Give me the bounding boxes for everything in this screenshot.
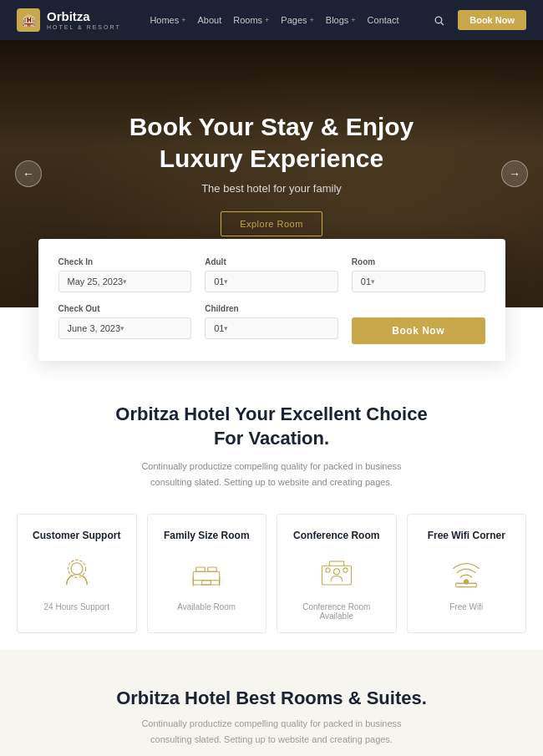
room-chevron: ▾	[371, 277, 375, 286]
adult-chevron: ▾	[224, 277, 228, 286]
adult-select[interactable]: 01 ▾	[205, 271, 338, 292]
svg-rect-5	[196, 567, 206, 571]
support-svg-icon	[59, 556, 94, 591]
room-select[interactable]: 01 ▾	[352, 271, 485, 292]
children-value: 01	[214, 323, 224, 333]
book-now-group: - Book Now	[352, 304, 485, 344]
svg-rect-4	[194, 571, 221, 585]
check-in-select[interactable]: May 25, 2023 ▾	[58, 271, 192, 292]
check-out-label: Check Out	[58, 304, 192, 313]
hero-title-line1: Book Your Stay & Enjoy	[129, 113, 414, 140]
svg-point-2	[71, 563, 83, 575]
wifi-icon	[445, 552, 487, 594]
nav-item-rooms[interactable]: Rooms +	[233, 15, 269, 25]
book-now-submit-button[interactable]: Book Now	[352, 317, 485, 344]
family-room-svg-icon	[189, 556, 224, 591]
feature-family-room: Family Size Room Available Room	[147, 514, 267, 634]
nav-item-blogs[interactable]: Blogs +	[326, 15, 356, 25]
hero-next-button[interactable]: →	[501, 160, 528, 187]
check-in-label: Check In	[58, 257, 192, 266]
conference-room-icon	[316, 552, 358, 594]
vacation-title-line2: For Vacation.	[214, 428, 329, 449]
feature-conference-room-title: Conference Room	[286, 530, 388, 543]
svg-point-9	[333, 569, 339, 575]
feature-family-room-sub: Available Room	[156, 602, 258, 611]
feature-free-wifi-title: Free Wifi Corner	[416, 530, 518, 543]
search-button[interactable]	[428, 9, 449, 31]
hero-subtitle: The best hotel for your family	[129, 182, 414, 195]
check-out-group: Check Out June 3, 2023 ▾	[58, 304, 192, 344]
navbar: 🏨 Orbitza Hotel & Resort Homes + About R…	[0, 0, 543, 40]
svg-rect-7	[202, 581, 211, 585]
logo-icon: 🏨	[17, 8, 40, 32]
nav-item-contact[interactable]: Contact	[368, 15, 399, 25]
book-now-button[interactable]: Book Now	[458, 10, 526, 30]
conference-room-svg-icon	[319, 556, 354, 591]
nav-item-homes[interactable]: Homes +	[150, 15, 185, 25]
nav-item-pages[interactable]: Pages +	[281, 15, 313, 25]
room-value: 01	[361, 277, 371, 287]
nav-plus-blogs: +	[351, 16, 355, 24]
family-room-icon	[185, 552, 227, 594]
children-label: Children	[205, 304, 338, 313]
vacation-section: Orbitza Hotel Your Excellent Choice For …	[0, 361, 543, 650]
vacation-description: Continually productize compelling qualit…	[125, 459, 418, 490]
svg-point-10	[326, 568, 330, 572]
vacation-title: Orbitza Hotel Your Excellent Choice For …	[17, 403, 526, 450]
feature-family-room-title: Family Size Room	[156, 530, 258, 543]
nav-plus-pages: +	[310, 16, 314, 24]
hero-title-line2: Luxury Experience	[160, 145, 383, 172]
feature-conference-room: Conference Room Conference Room Availabl…	[277, 514, 397, 634]
vacation-title-line1: Orbitza Hotel Your Excellent Choice	[115, 403, 427, 424]
check-out-chevron: ▾	[120, 324, 124, 332]
features-grid: Customer Support 24 Hours Support Family…	[17, 514, 526, 634]
svg-line-1	[441, 22, 444, 24]
nav-plus-homes: +	[181, 16, 185, 24]
hero-title: Book Your Stay & Enjoy Luxury Experience	[129, 111, 414, 174]
children-group: Children 01 ▾	[205, 304, 338, 344]
nav-item-about[interactable]: About	[197, 15, 221, 25]
hero-prev-button[interactable]: ←	[15, 160, 42, 187]
children-select[interactable]: 01 ▾	[205, 317, 338, 339]
adult-label: Adult	[205, 257, 338, 266]
logo-sub: Hotel & Resort	[47, 24, 121, 30]
nav-plus-rooms: +	[265, 16, 269, 24]
nav-list: Homes + About Rooms + Pages + Blogs + Co…	[150, 15, 398, 25]
search-icon	[434, 15, 444, 26]
feature-customer-support-sub: 24 Hours Support	[26, 602, 128, 611]
logo[interactable]: 🏨 Orbitza Hotel & Resort	[17, 8, 121, 32]
booking-form: Check In May 25, 2023 ▾ Adult 01 ▾	[38, 239, 505, 361]
feature-free-wifi: Free Wifi Corner Free Wifi	[407, 514, 527, 634]
check-out-value: June 3, 2023	[68, 323, 121, 333]
check-in-group: Check In May 25, 2023 ▾	[58, 257, 192, 292]
room-group: Room 01 ▾	[352, 257, 485, 292]
check-out-select[interactable]: June 3, 2023 ▾	[58, 317, 192, 339]
feature-conference-room-sub: Conference Room Available	[286, 602, 388, 621]
wifi-svg-icon	[449, 556, 484, 591]
rooms-section-description: Continually productize compelling qualit…	[125, 716, 418, 747]
feature-free-wifi-sub: Free Wifi	[416, 602, 518, 611]
logo-text: Orbitza	[47, 10, 121, 24]
check-in-value: May 25, 2023	[68, 277, 124, 287]
explore-room-button[interactable]: Explore Room	[221, 211, 322, 236]
feature-customer-support: Customer Support 24 Hours Support	[17, 514, 137, 634]
svg-point-11	[343, 568, 348, 572]
adult-value: 01	[214, 277, 224, 287]
svg-rect-6	[208, 567, 217, 571]
support-icon	[56, 552, 98, 594]
feature-customer-support-title: Customer Support	[26, 530, 128, 543]
room-label: Room	[352, 257, 485, 266]
navbar-actions: Book Now	[428, 9, 526, 31]
svg-point-0	[435, 17, 442, 23]
children-chevron: ▾	[224, 324, 228, 332]
hero-content: Book Your Stay & Enjoy Luxury Experience…	[129, 111, 414, 236]
rooms-section: Orbitza Hotel Best Rooms & Suites. Conti…	[0, 650, 543, 756]
adult-group: Adult 01 ▾	[205, 257, 338, 292]
rooms-section-title: Orbitza Hotel Best Rooms & Suites.	[17, 688, 526, 709]
check-in-chevron: ▾	[123, 277, 127, 286]
